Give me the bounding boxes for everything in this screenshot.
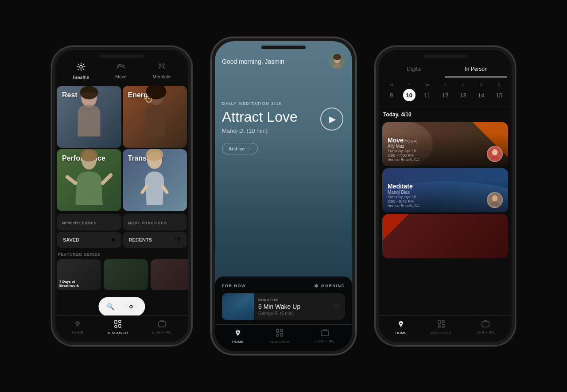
svg-rect-37: [482, 322, 489, 327]
p3-cal-sun-name: S: [498, 83, 501, 87]
p3-meditate-instructor: Manoj Dias: [388, 190, 503, 195]
phone-1: Breathe Move: [51, 46, 193, 346]
p3-tab-in-person[interactable]: In Person: [445, 62, 507, 77]
svg-rect-35: [438, 326, 440, 327]
p3-bottom-nav: HOME DISCOVER: [379, 315, 512, 342]
p2-play-btn[interactable]: ▶: [320, 108, 343, 131]
p2-archive-btn[interactable]: Archive →: [222, 143, 258, 154]
p1-bnav-live[interactable]: LIVE + IRL: [152, 320, 172, 334]
p2-discover-icon: [276, 328, 284, 338]
p2-bnav-discover[interactable]: DISCOVER: [269, 328, 290, 344]
p3-move-instructor-avatar: [487, 146, 503, 162]
p1-new-releases-btn[interactable]: NEW RELEASES: [57, 214, 121, 231]
p2-track-category: BREATHE: [258, 298, 326, 302]
p2-track-heart-btn[interactable]: ♡: [334, 303, 345, 311]
p1-filter-btn[interactable]: ⚙: [125, 300, 137, 313]
p3-bnav-discover[interactable]: DISCOVER: [431, 319, 451, 335]
p3-cal-day-sat[interactable]: S 14: [475, 83, 487, 101]
svg-rect-33: [438, 320, 440, 324]
p1-bnav-discover-label: DISCOVER: [108, 331, 128, 335]
p1-card-performance[interactable]: Performance: [57, 149, 121, 211]
phone-1-notch: [100, 54, 144, 58]
p1-card-transform[interactable]: Transform: [123, 149, 187, 211]
p1-bnav-home-label: HOME: [72, 331, 83, 334]
p3-bnav-home[interactable]: HOME: [395, 319, 407, 335]
p3-live-icon: [482, 320, 489, 329]
p1-saved-text: SAVED: [63, 237, 79, 242]
play-icon: ▶: [329, 114, 336, 124]
p2-user-avatar[interactable]: [329, 54, 345, 69]
svg-rect-16: [115, 326, 117, 327]
heart-icon: ♥: [111, 236, 115, 243]
p2-bnav-live[interactable]: LIVE + IRL: [315, 329, 335, 343]
p3-meditate-time: Tuesday, Apr 10: [388, 195, 503, 199]
p3-cal-day-sun[interactable]: S 15: [493, 83, 505, 101]
p1-nav-breathe[interactable]: Breathe: [73, 62, 89, 80]
p2-track-card[interactable]: BREATHE 6 Min Wake Up George R. (6 min) …: [222, 293, 345, 320]
p1-card-energy[interactable]: Energy: [123, 86, 187, 148]
p1-recents-btn[interactable]: RECENTS ⏱: [123, 232, 187, 248]
p3-bnav-home-label: HOME: [395, 331, 407, 335]
p1-bnav-home[interactable]: HOME: [72, 320, 83, 334]
p2-bnav-home[interactable]: HOME: [232, 328, 244, 344]
p3-cal-mon-name: M: [390, 83, 393, 87]
phone-3-content: Digital In Person M 9 T 10: [379, 50, 512, 342]
phone-3-inner: Digital In Person M 9 T 10: [379, 50, 512, 342]
p2-greeting: Good morning, Jasmin: [222, 58, 284, 65]
p2-bnav-home-label: HOME: [232, 340, 244, 344]
p1-saved-btn[interactable]: SAVED ♥: [57, 232, 121, 248]
p3-class-card-meditate[interactable]: Meditate Manoj Dias Tuesday, Apr 10 8:00…: [382, 168, 508, 212]
p3-cal-day-thu[interactable]: T 12: [439, 83, 451, 101]
phone-2: Good morning, Jasmin DAILY MEDITATION 3/…: [210, 37, 357, 355]
svg-rect-25: [276, 334, 279, 336]
p3-cal-thu-name: T: [444, 83, 447, 87]
p1-bnav-discover[interactable]: DISCOVER: [108, 319, 128, 335]
p3-bnav-live[interactable]: LIVE + IRL: [476, 320, 495, 334]
p1-search-overlay: 🔍 ⚙: [99, 297, 145, 316]
p3-move-time2: 6:00 - 7:30 PM: [388, 153, 503, 158]
p3-calendar: M 9 T 10 W 11 T 12: [379, 77, 512, 107]
p2-for-now-section: FOR NOW MORNING: [215, 277, 352, 324]
p1-featured-row: 7 Days ofBreathwork: [55, 259, 188, 290]
live-icon: [158, 320, 166, 329]
p2-home-icon: [233, 328, 243, 338]
svg-point-0: [80, 65, 82, 68]
p1-featured-card-2[interactable]: [104, 259, 148, 290]
p3-cal-day-fri[interactable]: F 13: [457, 83, 470, 101]
p3-move-time: Tuesday, Apr 10: [388, 149, 503, 153]
svg-point-29: [492, 149, 497, 155]
p1-card-rest[interactable]: Rest: [57, 86, 121, 148]
svg-rect-18: [159, 322, 166, 327]
p3-cal-thu-num: 12: [439, 89, 451, 101]
p3-cal-day-tue[interactable]: T 10: [403, 83, 416, 101]
p3-bnav-live-label: LIVE + IRL: [476, 331, 495, 334]
svg-point-1: [159, 64, 161, 65]
p1-featured-label: FEATURED SERIES: [55, 248, 188, 259]
p1-featured-card-3[interactable]: [151, 259, 188, 290]
p1-recents-text: RECENTS: [129, 237, 152, 242]
p3-today-label: Today, 4/10: [379, 107, 512, 120]
p1-featured-card-1[interactable]: 7 Days ofBreathwork: [57, 259, 101, 290]
p3-cal-day-wed[interactable]: W 11: [421, 83, 433, 101]
p1-nav-meditate[interactable]: Meditate: [153, 62, 171, 80]
p2-for-now-header: FOR NOW MORNING: [222, 283, 345, 289]
filter-icon: ⚙: [129, 304, 133, 310]
p3-class-card-3[interactable]: [382, 214, 508, 258]
p3-class-card-move[interactable]: Move(YOGA) Ally Maz Tuesday, Apr 10 6:00…: [382, 122, 508, 166]
svg-point-32: [400, 323, 402, 325]
p3-tab-digital[interactable]: Digital: [383, 62, 445, 77]
phone-1-content: Breathe Move: [55, 50, 188, 342]
svg-rect-14: [115, 320, 117, 324]
p3-cal-fri-num: 13: [457, 89, 470, 101]
p3-move-location: Venice Beach, CA: [388, 158, 503, 162]
svg-point-2: [163, 64, 164, 65]
p1-nav-move[interactable]: Move: [115, 62, 127, 80]
p3-bnav-discover-label: DISCOVER: [431, 331, 451, 335]
p3-red-triangle: [382, 214, 409, 241]
p1-most-practiced-btn[interactable]: MOST PRACTICED: [123, 214, 187, 231]
p3-cal-wed-name: W: [425, 83, 429, 87]
p2-morning-label: MORNING: [313, 283, 345, 289]
p1-new-releases-label: NEW RELEASES: [62, 221, 97, 225]
p3-cal-day-mon[interactable]: M 9: [385, 83, 397, 101]
p2-bottom-nav: HOME DISCOVER: [215, 324, 352, 351]
